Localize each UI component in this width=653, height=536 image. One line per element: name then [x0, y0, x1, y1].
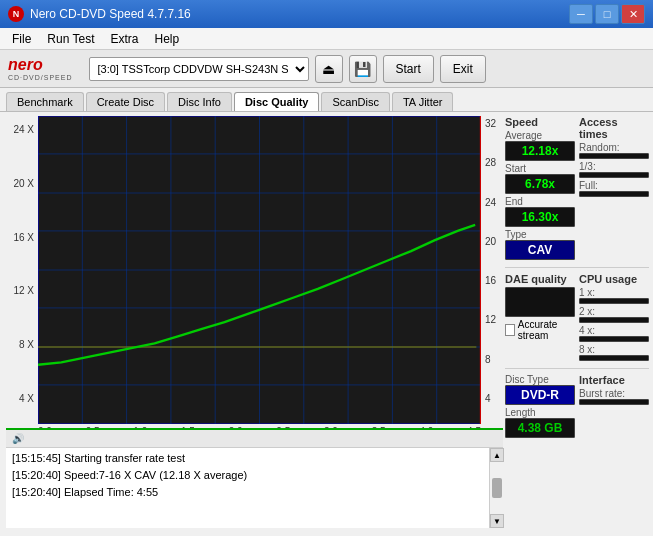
log-entry-1: [15:20:40] Speed:7-16 X CAV (12.18 X ave… [12, 467, 487, 484]
y-label-4: 4 X [19, 393, 34, 404]
cpu-2x-label: 2 x: [579, 306, 649, 317]
toolbar: nero CD·DVD/SPEED [3:0] TSSTcorp CDDVDW … [0, 50, 653, 88]
y-label-24: 24 X [13, 124, 34, 135]
nero-logo: nero CD·DVD/SPEED [8, 56, 73, 81]
access-times-label: Access times [579, 116, 649, 140]
disc-col: Disc Type DVD-R Length 4.38 GB [505, 374, 575, 440]
dae-cpu-section: DAE quality Accurate stream CPU usage 1 … [505, 273, 649, 363]
disc-interface-section: Disc Type DVD-R Length 4.38 GB Interface… [505, 374, 649, 440]
scroll-thumb [492, 478, 502, 498]
status-icon: 🔊 [12, 433, 24, 444]
y-right-12: 12 [485, 314, 496, 325]
cpu-8x-label: 8 x: [579, 344, 649, 355]
y-right-32: 32 [485, 118, 496, 129]
cpu-label: CPU usage [579, 273, 649, 285]
full-label: Full: [579, 180, 649, 191]
tab-bar: Benchmark Create Disc Disc Info Disc Qua… [0, 88, 653, 112]
tab-ta-jitter[interactable]: TA Jitter [392, 92, 454, 111]
start-label: Start [505, 163, 575, 174]
y-axis-right: 32 28 24 20 16 12 8 4 [481, 116, 503, 424]
divider-2 [505, 368, 649, 369]
dae-col: DAE quality Accurate stream [505, 273, 575, 363]
menu-extra[interactable]: Extra [102, 30, 146, 48]
divider-1 [505, 267, 649, 268]
main-content: 24 X 20 X 16 X 12 X 8 X 4 X [0, 112, 653, 532]
interface-label: Interface [579, 374, 649, 386]
status-scrollbar[interactable]: ▲ ▼ [489, 448, 503, 528]
log-entry-0: [15:15:45] Starting transfer rate test [12, 450, 487, 467]
burst-rate-label: Burst rate: [579, 388, 649, 399]
save-button[interactable]: 💾 [349, 55, 377, 83]
close-button[interactable]: ✕ [621, 4, 645, 24]
maximize-button[interactable]: □ [595, 4, 619, 24]
speed-end-value: 16.30x [505, 207, 575, 227]
app-icon: N [8, 6, 24, 22]
y-right-16: 16 [485, 275, 496, 286]
nero-logo-text: nero [8, 56, 43, 74]
access-times-col: Access times Random: 1/3: Full: [579, 116, 649, 262]
scroll-down-button[interactable]: ▼ [490, 514, 504, 528]
dae-value [505, 287, 575, 317]
y-right-4: 4 [485, 393, 491, 404]
accurate-stream-row: Accurate stream [505, 319, 575, 341]
one-third-label: 1/3: [579, 161, 649, 172]
tab-create-disc[interactable]: Create Disc [86, 92, 165, 111]
eject-button[interactable]: ⏏ [315, 55, 343, 83]
exit-button[interactable]: Exit [440, 55, 486, 83]
cpu-4x-label: 4 x: [579, 325, 649, 336]
cpu-1x-label: 1 x: [579, 287, 649, 298]
end-label: End [505, 196, 575, 207]
tab-benchmark[interactable]: Benchmark [6, 92, 84, 111]
menu-bar: File Run Test Extra Help [0, 28, 653, 50]
random-value [579, 153, 649, 159]
type-label: Type [505, 229, 575, 240]
chart-svg [38, 116, 481, 424]
speed-label: Speed [505, 116, 575, 128]
speed-average-value: 12.18x [505, 141, 575, 161]
tab-disc-quality[interactable]: Disc Quality [234, 92, 320, 111]
window-controls: ─ □ ✕ [569, 4, 645, 24]
minimize-button[interactable]: ─ [569, 4, 593, 24]
dae-label: DAE quality [505, 273, 575, 285]
y-right-28: 28 [485, 157, 496, 168]
one-third-value [579, 172, 649, 178]
y-right-20: 20 [485, 236, 496, 247]
average-label: Average [505, 130, 575, 141]
y-axis-left: 24 X 20 X 16 X 12 X 8 X 4 X [6, 116, 38, 424]
status-area: 🔊 [15:15:45] Starting transfer rate test… [6, 428, 503, 528]
menu-run-test[interactable]: Run Test [39, 30, 102, 48]
disc-type-label: Disc Type [505, 374, 575, 385]
disc-type-value: DVD-R [505, 385, 575, 405]
right-panel: Speed Average 12.18x Start 6.78x End 16.… [503, 112, 653, 532]
nero-product-text: CD·DVD/SPEED [8, 74, 73, 81]
cpu-8x-value [579, 355, 649, 361]
tab-disc-info[interactable]: Disc Info [167, 92, 232, 111]
title-bar-text: Nero CD-DVD Speed 4.7.7.16 [30, 7, 569, 21]
full-value [579, 191, 649, 197]
cpu-col: CPU usage 1 x: 2 x: 4 x: 8 x: [579, 273, 649, 363]
menu-help[interactable]: Help [147, 30, 188, 48]
start-button[interactable]: Start [383, 55, 434, 83]
tab-scan-disc[interactable]: ScanDisc [321, 92, 389, 111]
scroll-up-button[interactable]: ▲ [490, 448, 504, 462]
interface-col: Interface Burst rate: [579, 374, 649, 440]
menu-file[interactable]: File [4, 30, 39, 48]
drive-select[interactable]: [3:0] TSSTcorp CDDVDW SH-S243N SB00 [89, 57, 309, 81]
title-bar: N Nero CD-DVD Speed 4.7.7.16 ─ □ ✕ [0, 0, 653, 28]
cpu-4x-value [579, 336, 649, 342]
speed-section: Speed Average 12.18x Start 6.78x End 16.… [505, 116, 649, 262]
status-log: [15:15:45] Starting transfer rate test [… [6, 448, 503, 503]
speed-start-value: 6.78x [505, 174, 575, 194]
cpu-2x-value [579, 317, 649, 323]
y-label-20: 20 X [13, 178, 34, 189]
y-right-24: 24 [485, 197, 496, 208]
speed-type-value: CAV [505, 240, 575, 260]
y-right-8: 8 [485, 354, 491, 365]
y-label-12: 12 X [13, 285, 34, 296]
accurate-stream-checkbox[interactable] [505, 324, 515, 336]
disc-length-value: 4.38 GB [505, 418, 575, 438]
y-label-16: 16 X [13, 232, 34, 243]
status-header: 🔊 [6, 430, 503, 448]
cpu-1x-value [579, 298, 649, 304]
speed-col: Speed Average 12.18x Start 6.78x End 16.… [505, 116, 575, 262]
